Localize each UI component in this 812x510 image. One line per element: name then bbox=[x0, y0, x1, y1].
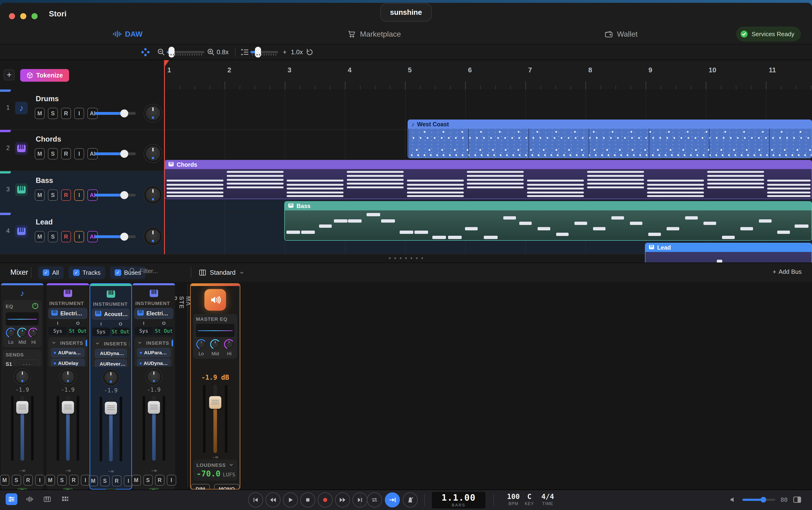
grid-view-button[interactable] bbox=[59, 493, 71, 505]
strip-fader[interactable] bbox=[57, 396, 79, 461]
strip-m-button[interactable]: M bbox=[46, 475, 55, 486]
checkbox-checked-icon[interactable]: ✓ bbox=[43, 269, 49, 276]
tab-wallet[interactable]: Wallet bbox=[604, 24, 638, 44]
add-bus-button[interactable]: + Add Bus bbox=[773, 268, 802, 275]
fader-handle[interactable] bbox=[209, 396, 221, 409]
strip-pan-knob[interactable] bbox=[146, 369, 162, 385]
insert-slot[interactable]: AUDyna… bbox=[137, 359, 170, 366]
output-value[interactable]: St Out bbox=[68, 327, 87, 335]
strip-fader[interactable] bbox=[143, 396, 165, 461]
eq-knob-mid[interactable] bbox=[17, 327, 28, 339]
master-fader[interactable] bbox=[203, 385, 227, 453]
monitor-volume-slider[interactable] bbox=[743, 499, 775, 501]
clip-header[interactable]: Bass bbox=[285, 202, 812, 210]
tab-marketplace[interactable]: Marketplace bbox=[347, 24, 401, 44]
strip-r-button[interactable]: R bbox=[24, 475, 33, 486]
speaker-icon[interactable] bbox=[729, 496, 737, 504]
panel-resize-handle[interactable] bbox=[389, 257, 423, 259]
fader-handle[interactable] bbox=[62, 401, 74, 414]
chevron-down-icon[interactable] bbox=[228, 462, 234, 469]
instrument-button[interactable]: Electri… bbox=[135, 308, 173, 319]
playhead[interactable] bbox=[164, 60, 165, 254]
row-height-slider[interactable] bbox=[251, 44, 278, 60]
eq-power-icon[interactable] bbox=[32, 302, 39, 310]
row-height-icon[interactable] bbox=[240, 44, 249, 60]
clip-bass[interactable]: Bass bbox=[284, 201, 812, 241]
strip-s-button[interactable]: S bbox=[143, 475, 153, 486]
toggle-panel-icon[interactable] bbox=[793, 495, 802, 504]
master-eq-knob-mid[interactable] bbox=[210, 339, 221, 351]
strip-fader[interactable] bbox=[11, 396, 34, 461]
add-track-button[interactable]: + bbox=[4, 69, 14, 80]
input-value[interactable]: Sys bbox=[49, 327, 67, 335]
fast-forward-button[interactable] bbox=[335, 492, 350, 507]
mixer-view-button[interactable] bbox=[6, 493, 18, 505]
strip-s-button[interactable]: S bbox=[100, 476, 110, 486]
fader-handle[interactable] bbox=[148, 401, 160, 414]
chevron-down-icon[interactable] bbox=[137, 340, 142, 346]
strip-i-button[interactable]: I bbox=[167, 475, 176, 486]
filter-chip-all[interactable]: ✓All bbox=[38, 266, 64, 279]
insert-slot[interactable]: AUPara… bbox=[51, 348, 84, 357]
strip-s-button[interactable]: S bbox=[12, 475, 21, 486]
instrument-button[interactable]: Electri… bbox=[49, 308, 87, 319]
strip-r-button[interactable]: R bbox=[69, 475, 79, 486]
input-value[interactable]: Sys bbox=[135, 327, 153, 335]
clip-header[interactable]: ♪West Coast bbox=[408, 120, 812, 129]
strip-r-button[interactable]: R bbox=[155, 475, 165, 486]
strip-pan-knob[interactable] bbox=[60, 369, 76, 385]
follow-playhead-button[interactable] bbox=[385, 492, 400, 507]
output-value[interactable]: St Out bbox=[112, 328, 129, 336]
output-value[interactable]: St Out bbox=[154, 327, 173, 335]
piano-view-button[interactable] bbox=[41, 493, 53, 505]
strip-record-button[interactable]: R bbox=[17, 488, 28, 489]
play-button[interactable] bbox=[283, 492, 298, 507]
filter-input[interactable] bbox=[140, 267, 184, 275]
tab-daw[interactable]: DAW bbox=[112, 24, 143, 44]
zoom-window-button[interactable] bbox=[31, 13, 37, 19]
move-tool-icon[interactable] bbox=[141, 44, 150, 60]
channel-strip-3[interactable]: INSTRUMENTAcoust…ISysOSt OutINSERTS2AUDy… bbox=[89, 283, 132, 489]
position-display[interactable]: 1.1.00 BARS bbox=[431, 491, 486, 509]
insert-slot[interactable]: AUPara… bbox=[137, 348, 170, 357]
channel-strip-4[interactable]: INSTRUMENTElectri…ISysOSt OutINSERTS2AUP… bbox=[133, 283, 175, 489]
clip-header[interactable]: Chords bbox=[165, 160, 812, 169]
clip-chords[interactable]: Chords bbox=[165, 160, 812, 199]
strip-pan-knob[interactable] bbox=[14, 369, 30, 385]
insert-slot[interactable]: AUDelay bbox=[51, 359, 84, 366]
dim-button[interactable]: DIM bbox=[191, 484, 210, 489]
master-strip[interactable]: MASTER EQLoMidHi-1.9 dB-∞LOUDNESS-70.0LU… bbox=[190, 283, 240, 489]
strip-record-button[interactable]: R bbox=[149, 488, 159, 489]
strip-s-button[interactable]: S bbox=[57, 475, 67, 486]
loop-button[interactable] bbox=[367, 492, 382, 507]
strip-pan-knob[interactable] bbox=[103, 370, 119, 385]
insert-slot[interactable]: AURever… bbox=[95, 359, 127, 367]
master-speaker-icon[interactable] bbox=[204, 289, 226, 311]
rewind-button[interactable] bbox=[265, 492, 281, 507]
strip-i-button[interactable]: I bbox=[35, 475, 45, 486]
input-value[interactable]: Sys bbox=[92, 328, 110, 336]
strip-fader[interactable] bbox=[99, 397, 122, 461]
row-height-plus[interactable]: + bbox=[283, 44, 287, 60]
waveform-view-button[interactable] bbox=[24, 493, 35, 505]
tokenize-button[interactable]: Tokenize bbox=[20, 69, 69, 82]
filter-chip-tracks[interactable]: ✓Tracks bbox=[68, 266, 105, 279]
timeline-ruler[interactable]: 1234567891011 bbox=[165, 60, 812, 89]
master-section-tab[interactable]: MASTER bbox=[175, 286, 188, 323]
eq-knob-lo[interactable] bbox=[6, 327, 17, 339]
stop-button[interactable] bbox=[300, 492, 315, 507]
insert-slot[interactable]: AUDyna… bbox=[95, 349, 127, 358]
mono-button[interactable]: MONO bbox=[214, 484, 239, 489]
zoom-out-icon[interactable] bbox=[157, 44, 166, 60]
zoom-in-icon[interactable] bbox=[207, 44, 215, 60]
record-button[interactable] bbox=[318, 492, 333, 507]
reset-zoom-icon[interactable] bbox=[306, 44, 314, 60]
channel-strip-2[interactable]: INSTRUMENTElectri…ISysOSt OutINSERTS3AUP… bbox=[47, 283, 89, 489]
strip-m-button[interactable]: M bbox=[89, 476, 98, 486]
fader-handle[interactable] bbox=[105, 402, 117, 414]
timeline-zoom-slider[interactable] bbox=[167, 44, 204, 60]
close-window-button[interactable] bbox=[9, 13, 15, 19]
strip-record-button[interactable]: R bbox=[63, 488, 73, 489]
project-name-pill[interactable]: sunshine bbox=[380, 3, 432, 22]
loudness-panel[interactable]: LOUDNESS-70.0LUFS bbox=[193, 459, 237, 481]
